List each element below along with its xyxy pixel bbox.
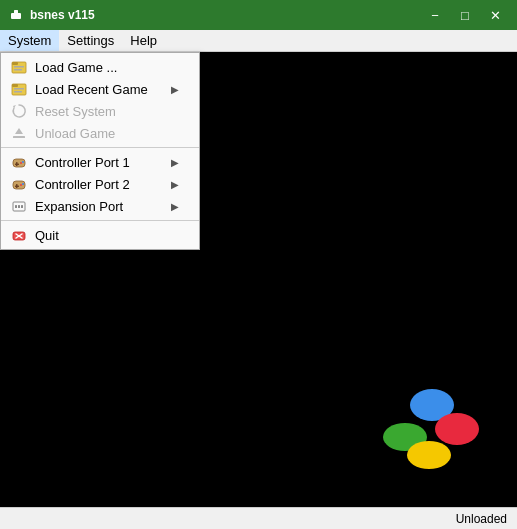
svg-point-17 — [20, 162, 22, 164]
menu-load-game[interactable]: Load Game ... — [1, 56, 199, 78]
reset-icon — [9, 103, 29, 119]
close-button[interactable]: ✕ — [481, 4, 509, 26]
window-controls: − □ ✕ — [421, 4, 509, 26]
menu-expansion-port[interactable]: Expansion Port ▶ — [1, 195, 199, 217]
menu-help[interactable]: Help — [122, 30, 165, 51]
svg-rect-2 — [14, 10, 18, 14]
load-recent-arrow: ▶ — [171, 84, 179, 95]
svg-rect-9 — [14, 88, 24, 90]
svg-point-32 — [435, 413, 479, 445]
menu-controller-1[interactable]: Controller Port 1 ▶ — [1, 151, 199, 173]
menu-bar: System Settings Help Load Game ... — [0, 30, 517, 52]
expansion-icon — [9, 198, 29, 214]
menu-quit[interactable]: Quit — [1, 224, 199, 246]
menu-settings[interactable]: Settings — [59, 30, 122, 51]
svg-rect-6 — [14, 69, 22, 71]
svg-rect-10 — [14, 91, 22, 93]
load-game-icon — [9, 59, 29, 75]
menu-load-recent[interactable]: Load Recent Game ▶ — [1, 78, 199, 100]
expansion-arrow: ▶ — [171, 201, 179, 212]
controller-2-icon — [9, 176, 29, 192]
separator-2 — [1, 220, 199, 221]
svg-point-34 — [407, 441, 451, 469]
menu-unload-game[interactable]: Unload Game — [1, 122, 199, 144]
controller-1-arrow: ▶ — [171, 157, 179, 168]
svg-rect-8 — [12, 84, 18, 87]
load-recent-icon — [9, 81, 29, 97]
svg-rect-4 — [12, 62, 18, 65]
controller-1-icon — [9, 154, 29, 170]
menu-controller-2[interactable]: Controller Port 2 ▶ — [1, 173, 199, 195]
svg-point-18 — [22, 161, 24, 163]
unload-icon — [9, 125, 29, 141]
svg-rect-25 — [15, 205, 17, 208]
controller-2-arrow: ▶ — [171, 179, 179, 190]
svg-rect-16 — [15, 164, 19, 166]
svg-point-22 — [20, 184, 22, 186]
svg-rect-5 — [14, 66, 24, 68]
system-dropdown: Load Game ... Load Recent Game ▶ — [0, 52, 200, 250]
menu-reset-system[interactable]: Reset System — [1, 100, 199, 122]
title-bar: bsnes v115 − □ ✕ — [0, 0, 517, 30]
svg-point-23 — [22, 183, 24, 185]
svg-marker-13 — [15, 128, 23, 134]
status-text: Unloaded — [456, 512, 507, 526]
svg-rect-14 — [13, 159, 25, 167]
separator-1 — [1, 147, 199, 148]
svg-rect-26 — [18, 205, 20, 208]
quit-icon — [9, 227, 29, 243]
app-icon — [8, 7, 24, 23]
svg-rect-27 — [21, 205, 23, 208]
menu-system[interactable]: System — [0, 30, 59, 51]
snes-decoration — [377, 397, 497, 477]
svg-rect-12 — [13, 136, 25, 138]
svg-rect-19 — [13, 181, 25, 189]
maximize-button[interactable]: □ — [451, 4, 479, 26]
status-bar: Unloaded — [0, 507, 517, 529]
svg-rect-21 — [15, 186, 19, 188]
minimize-button[interactable]: − — [421, 4, 449, 26]
window-title: bsnes v115 — [30, 8, 95, 22]
